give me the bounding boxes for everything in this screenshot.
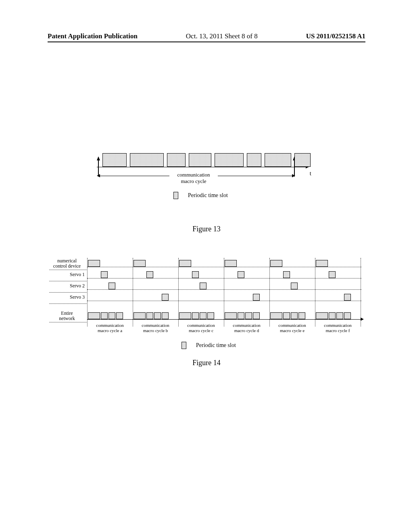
time-slot [108, 312, 115, 319]
time-slot [162, 294, 169, 301]
fig13-t-label: t [310, 170, 311, 177]
fig13-legend: Periodic time slot [173, 192, 228, 199]
time-slot [146, 312, 153, 319]
time-slot [130, 153, 164, 167]
time-slot [329, 271, 336, 278]
time-slot [238, 312, 244, 319]
time-slot [133, 260, 146, 267]
time-slot [245, 312, 252, 319]
arrow-left-icon [97, 174, 100, 177]
fig14-row-servo3: Servo 3 [49, 292, 364, 303]
page-header: Patent Application Publication Oct. 13, … [0, 32, 413, 40]
header-divider [48, 42, 365, 42]
timeline-axis [87, 289, 361, 290]
legend-text: Periodic time slot [196, 342, 236, 349]
cycle-label: communicationmacro cycle e [269, 322, 315, 334]
legend-swatch-icon [181, 342, 186, 349]
time-slot [270, 312, 282, 319]
figure-13: t communication macro cycle Periodic tim… [97, 153, 307, 183]
row-gap [49, 303, 364, 310]
fig14-cycle-labels: communicationmacro cycle a communication… [49, 322, 364, 334]
time-slot [344, 294, 351, 301]
fig14-caption: Figure 14 [0, 359, 413, 367]
time-slot [207, 312, 214, 319]
time-slot [316, 260, 328, 267]
fig14-row-entire: Entire network [49, 310, 364, 322]
cycle-label: communicationmacro cycle c [178, 322, 224, 334]
cycle-label: communicationmacro cycle a [87, 322, 133, 334]
time-slot [329, 312, 336, 319]
time-slot [283, 312, 290, 319]
time-slot [247, 153, 261, 167]
time-slot [101, 271, 108, 278]
time-slot [108, 283, 115, 289]
figure-14: numerical control device Servo 1 [49, 258, 364, 334]
time-slot [192, 312, 199, 319]
time-slot [298, 312, 305, 319]
row-label: Servo 2 [49, 283, 87, 289]
time-slot [102, 153, 127, 167]
fig13-macro-label: communication macro cycle [169, 172, 218, 184]
time-slot [291, 312, 298, 319]
time-slot [253, 294, 260, 301]
cycle-label: communicationmacro cycle f [315, 322, 361, 334]
time-slot [225, 260, 237, 267]
fig13-axis [97, 167, 307, 167]
time-slot [215, 153, 244, 167]
macro-label-line1: communication [177, 172, 210, 178]
row-timeline [87, 292, 364, 303]
row-label: Servo 1 [49, 272, 87, 277]
time-slot [294, 153, 311, 167]
time-slot [162, 312, 169, 319]
time-slot [344, 312, 351, 319]
row-timeline [87, 281, 364, 292]
time-slot [192, 271, 199, 278]
legend-swatch-icon [173, 192, 178, 199]
time-slot [238, 271, 244, 278]
fig14-legend: Periodic time slot [181, 342, 236, 349]
fig14-row-servo2: Servo 2 [49, 281, 364, 292]
timeline-axis [87, 278, 361, 278]
time-slot [146, 271, 153, 278]
timeline-axis [87, 319, 361, 320]
cycle-label: communicationmacro cycle b [133, 322, 178, 334]
time-slot [189, 153, 211, 167]
time-slot [270, 260, 282, 267]
row-timeline [87, 310, 364, 322]
time-slot [291, 283, 298, 289]
time-slot [336, 312, 343, 319]
cycle-label: communicationmacro cycle d [224, 322, 269, 334]
timeline-axis [87, 301, 361, 301]
row-label: numerical control device [49, 258, 87, 269]
header-center: Oct. 13, 2011 Sheet 8 of 8 [186, 32, 258, 40]
legend-text: Periodic time slot [188, 192, 228, 199]
row-label: Servo 3 [49, 295, 87, 300]
fig14-row-servo1: Servo 1 [49, 269, 364, 281]
label-divider [49, 303, 88, 304]
header-left: Patent Application Publication [48, 32, 138, 40]
row-timeline [87, 258, 364, 269]
time-slot [200, 283, 206, 289]
arrow-right-icon [292, 174, 295, 177]
time-slot [200, 312, 206, 319]
fig13-caption: Figure 13 [0, 225, 413, 233]
time-slot [283, 271, 290, 278]
time-slot [225, 312, 237, 319]
time-slot [265, 153, 291, 167]
macro-label-line2: macro cycle [181, 178, 206, 184]
timeline-axis [87, 267, 361, 267]
time-slot [179, 260, 191, 267]
time-slot [116, 312, 123, 319]
time-slot [316, 312, 328, 319]
arrow-up-icon [97, 156, 100, 160]
time-slot [167, 153, 186, 167]
time-slot [88, 312, 100, 319]
arrow-right-icon [361, 318, 364, 321]
time-slot [101, 312, 108, 319]
header-right: US 2011/0252158 A1 [306, 32, 365, 40]
time-slot [133, 312, 146, 319]
time-slot [88, 260, 100, 267]
row-label: Entire network [49, 311, 87, 321]
fig14-row-ncd: numerical control device [49, 258, 364, 269]
time-slot [253, 312, 260, 319]
